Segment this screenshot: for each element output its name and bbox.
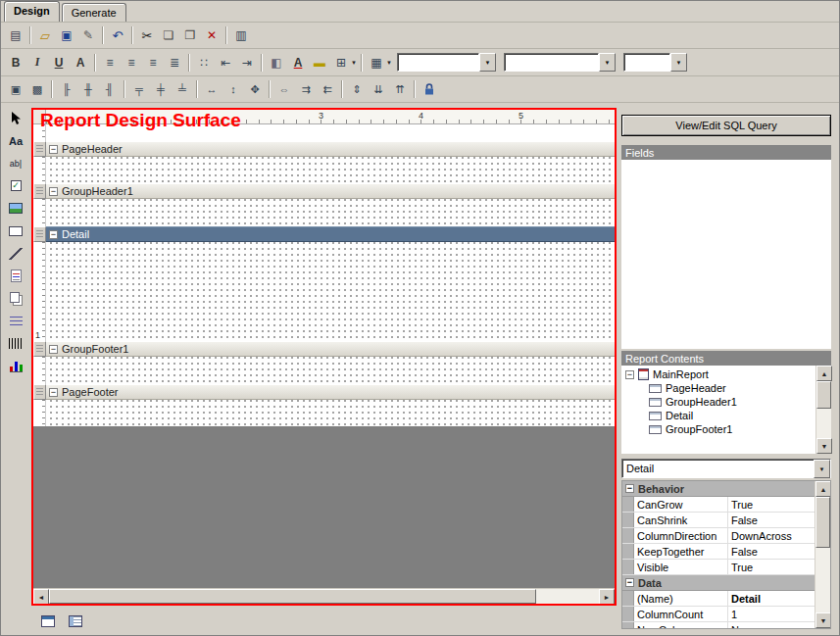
make-same-size-icon[interactable]: ✥ — [244, 79, 266, 99]
field-list-icon[interactable]: ▥ — [230, 25, 252, 45]
underline-icon[interactable]: U — [48, 53, 70, 73]
v-spacing-equal-icon[interactable]: ⇕ — [346, 79, 368, 99]
tree-item-mainreport[interactable]: − MainReport — [625, 368, 815, 380]
band-header-pagefooter[interactable]: − PageFooter — [33, 384, 615, 400]
tree-item-detail[interactable]: Detail — [625, 410, 815, 421]
highlight-icon[interactable]: ▬ — [309, 53, 330, 73]
category-behavior[interactable]: − Behavior — [622, 481, 815, 497]
font-color-icon[interactable]: A — [287, 53, 309, 73]
indent-icon[interactable]: ⇥ — [236, 53, 258, 73]
chevron-down-icon[interactable]: ▼ — [479, 53, 496, 72]
barcode-tool[interactable] — [4, 333, 27, 354]
subreport-tool[interactable] — [4, 288, 27, 309]
v-spacing-decrease-icon[interactable]: ⇈ — [389, 79, 411, 99]
borders-icon[interactable]: ⊞ — [330, 53, 352, 73]
band-canvas[interactable] — [46, 357, 615, 384]
design-surface[interactable]: Report Design Surface 3 4 5 − PageHeader — [31, 108, 617, 606]
textbox-tool[interactable]: ab| — [4, 153, 27, 173]
band-grip[interactable] — [33, 384, 46, 400]
zoom-combo[interactable]: ▼ — [623, 53, 687, 72]
align-tops-icon[interactable]: ╤ — [128, 79, 150, 99]
align-middles-icon[interactable]: ╪ — [150, 79, 172, 99]
collapse-icon[interactable]: − — [49, 145, 58, 154]
paste-icon[interactable]: ❐ — [179, 25, 201, 45]
zoom-value[interactable] — [623, 53, 670, 72]
undo-icon[interactable]: ↶ — [107, 25, 128, 45]
checkbox-tool[interactable]: ✓ — [4, 175, 27, 196]
collapse-icon[interactable]: − — [49, 345, 58, 354]
align-rights-icon[interactable]: ╢ — [99, 79, 121, 99]
property-value[interactable]: False — [728, 544, 815, 559]
align-left-icon[interactable]: ≡ — [99, 53, 121, 73]
object-selector[interactable]: Detail ▼ — [621, 459, 831, 478]
property-value[interactable]: True — [728, 497, 815, 512]
tab-design[interactable]: Design — [4, 1, 60, 22]
scrollbar-thumb[interactable] — [815, 497, 830, 548]
scrollbar-track[interactable] — [816, 409, 831, 438]
property-value[interactable]: 1 — [728, 607, 815, 621]
band-content-pagefooter[interactable] — [33, 400, 615, 426]
band-header-pageheader[interactable]: − PageHeader — [33, 141, 615, 157]
property-grid-scrollbar[interactable]: ▲ ▼ — [815, 481, 830, 628]
font-name-combo[interactable]: ▼ — [397, 53, 496, 72]
tree-scrollbar[interactable]: ▲ ▼ — [815, 366, 831, 454]
align-center-icon[interactable]: ≡ — [121, 53, 142, 73]
field-chooser-button[interactable] — [65, 612, 86, 631]
save-edit-icon[interactable]: ✎ — [77, 25, 99, 45]
collapse-icon[interactable]: − — [625, 578, 634, 587]
tree-collapse-icon[interactable]: − — [625, 370, 634, 379]
scroll-up-icon[interactable]: ▲ — [816, 366, 832, 381]
band-header-detail[interactable]: − Detail — [33, 226, 615, 242]
collapse-icon[interactable]: − — [49, 187, 58, 196]
open-icon[interactable]: ▱ — [34, 25, 56, 45]
pointer-tool[interactable] — [4, 108, 27, 128]
tab-generate[interactable]: Generate — [62, 3, 126, 22]
scroll-right-icon[interactable]: ► — [599, 589, 615, 605]
outdent-icon[interactable]: ⇤ — [215, 53, 236, 73]
scroll-down-icon[interactable]: ▼ — [816, 438, 832, 454]
richtext-tool[interactable] — [4, 266, 27, 286]
scrollbar-thumb[interactable] — [49, 589, 536, 604]
collapse-icon[interactable]: − — [49, 388, 58, 397]
copy-icon[interactable]: ❏ — [158, 25, 179, 45]
fill-color-icon[interactable]: ◧ — [266, 53, 287, 73]
chart-tool[interactable] — [4, 356, 27, 376]
band-content-groupfooter1[interactable] — [33, 357, 615, 384]
property-value[interactable]: DownAcross — [728, 528, 815, 543]
band-content-pageheader[interactable] — [33, 157, 615, 183]
band-header-groupheader1[interactable]: − GroupHeader1 — [33, 183, 615, 199]
chevron-down-icon[interactable]: ▼ — [670, 53, 687, 72]
make-same-height-icon[interactable]: ↕ — [222, 79, 244, 99]
v-spacing-increase-icon[interactable]: ⇊ — [368, 79, 389, 99]
scrollbar-thumb[interactable] — [816, 381, 831, 409]
tree-item-groupheader1[interactable]: GroupHeader1 — [625, 396, 815, 408]
band-canvas[interactable] — [46, 157, 615, 183]
bullet-list-icon[interactable]: ∷ — [193, 53, 215, 73]
bring-to-front-icon[interactable]: ▣ — [5, 79, 26, 99]
band-content-groupheader1[interactable] — [33, 199, 615, 226]
collapse-icon[interactable]: − — [625, 484, 634, 493]
new-report-icon[interactable]: ▤ — [5, 25, 26, 45]
bold-icon[interactable]: B — [5, 53, 26, 73]
horizontal-scrollbar[interactable]: ◄ ► — [33, 588, 615, 604]
italic-icon[interactable]: I — [26, 53, 48, 73]
band-canvas[interactable] — [46, 400, 615, 426]
pagebreak-tool[interactable] — [4, 311, 27, 331]
picture-tool[interactable] — [4, 198, 27, 219]
tree-item-pageheader[interactable]: PageHeader — [625, 382, 815, 394]
scrollbar-track[interactable] — [536, 589, 599, 604]
scroll-down-icon[interactable]: ▼ — [815, 612, 831, 628]
property-value[interactable]: None — [728, 622, 815, 628]
designer-view-button[interactable] — [37, 612, 59, 631]
scroll-up-icon[interactable]: ▲ — [815, 481, 831, 497]
h-spacing-increase-icon[interactable]: ⇉ — [295, 79, 317, 99]
font-size-value[interactable] — [504, 53, 599, 72]
band-canvas[interactable] — [46, 242, 615, 341]
align-centers-icon[interactable]: ╫ — [77, 79, 99, 99]
make-same-width-icon[interactable]: ↔ — [201, 79, 222, 99]
align-lefts-icon[interactable]: ╟ — [56, 79, 77, 99]
grid-icon[interactable]: ▦ — [366, 53, 387, 73]
align-justify-icon[interactable]: ≣ — [164, 53, 185, 73]
delete-icon[interactable]: ✕ — [201, 25, 222, 45]
band-grip[interactable] — [33, 141, 46, 157]
